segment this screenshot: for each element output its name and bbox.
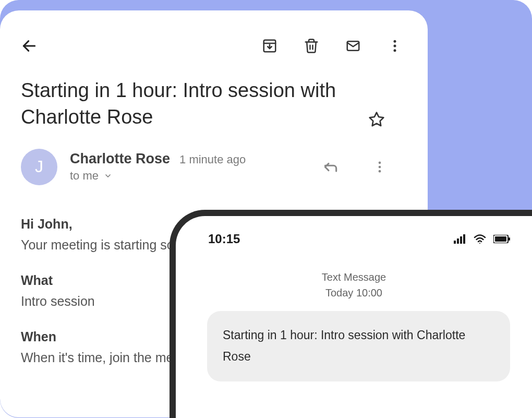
sender-row: J Charlotte Rose 1 minute ago to me [21,149,403,185]
sender-name: Charlotte Rose [70,151,170,167]
archive-icon[interactable] [262,38,277,54]
recipient-label: to me [70,169,99,183]
svg-point-7 [394,40,396,43]
svg-point-8 [394,45,396,47]
sender-time: 1 minute ago [179,153,246,166]
more-icon[interactable] [387,38,403,54]
back-icon[interactable] [21,38,38,54]
avatar[interactable]: J [21,149,57,185]
phone-clock: 10:15 [208,232,240,246]
trash-icon[interactable] [304,38,319,54]
phone-frame: 10:15 [170,210,532,418]
sms-time-label: Today 10:00 [176,285,532,301]
svg-marker-10 [370,112,384,125]
canvas-background: Starting in 1 hour: Intro session with C… [0,0,532,418]
reply-icon[interactable] [322,159,339,175]
svg-rect-16 [460,236,462,244]
phone-status-bar: 10:15 [176,216,532,246]
signal-icon [454,234,466,244]
battery-icon [493,235,510,243]
email-subject: Starting in 1 hour: Intro session with C… [21,77,358,131]
svg-rect-20 [495,236,506,242]
svg-rect-15 [457,238,459,244]
svg-rect-14 [454,241,456,244]
sms-bubble[interactable]: Starting in 1 hour: Intro session with C… [207,311,510,381]
email-toolbar [21,30,403,62]
sms-type-label: Text Message [176,269,532,285]
wifi-icon [474,234,486,244]
mail-icon[interactable] [345,38,361,54]
svg-point-9 [394,49,396,52]
star-icon[interactable] [368,111,385,128]
message-more-icon[interactable] [372,160,387,174]
svg-point-13 [379,170,381,172]
svg-point-11 [379,161,381,164]
sms-header: Text Message Today 10:00 [176,269,532,301]
svg-point-12 [379,165,381,168]
recipient-dropdown[interactable]: to me [70,169,310,183]
svg-point-18 [479,243,480,244]
svg-rect-17 [463,234,465,244]
svg-rect-21 [509,237,510,241]
chevron-down-icon [104,172,112,180]
